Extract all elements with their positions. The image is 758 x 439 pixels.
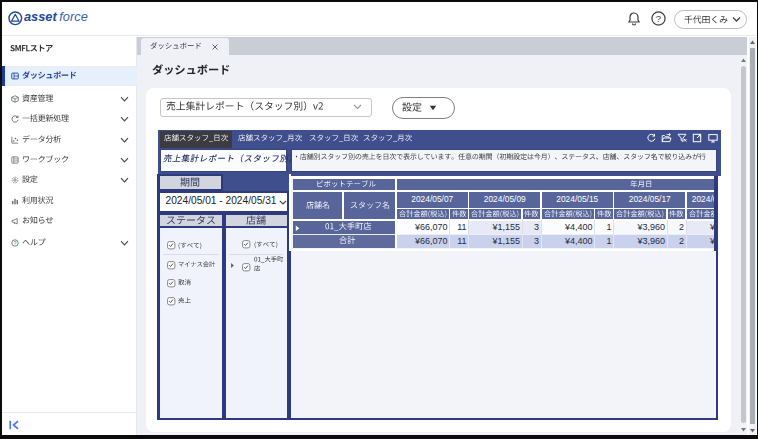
svg-text:?: ? bbox=[13, 240, 16, 245]
svg-text:?: ? bbox=[656, 13, 661, 24]
